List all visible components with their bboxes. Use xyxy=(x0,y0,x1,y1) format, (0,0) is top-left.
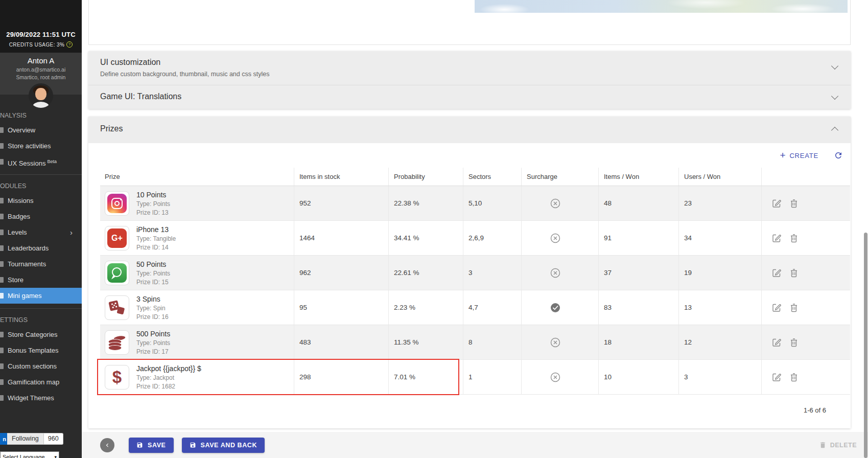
prize-name: iPhone 13 xyxy=(136,225,176,234)
prize-info: 3 Spins Type: Spin Prize ID: 16 xyxy=(136,295,169,320)
sidebar-item-store[interactable]: Store xyxy=(0,272,82,288)
sidebar-item-ux-sessions[interactable]: UX SessionsBeta xyxy=(0,154,82,170)
sectors-cell: 4,7 xyxy=(463,290,521,325)
delete-button[interactable]: DELETE xyxy=(819,441,857,449)
sidebar-item-label: Mini games xyxy=(8,292,41,300)
edit-pencil-icon xyxy=(771,372,782,382)
column-header-prize: Prize xyxy=(100,168,294,186)
edit-button[interactable] xyxy=(771,372,782,382)
prize-cell: G+ iPhone 13 Type: Tangible Prize ID: 14 xyxy=(100,221,294,255)
table-row: $ Jackpot {{jackpot}} $ Type: Jackpot Pr… xyxy=(100,360,850,395)
prize-name: 50 Points xyxy=(136,260,170,268)
section-prizes[interactable]: Prizes xyxy=(88,117,851,143)
edit-button[interactable] xyxy=(771,337,782,348)
save-and-back-button[interactable]: SAVE AND BACK xyxy=(182,438,265,453)
delete-row-button[interactable] xyxy=(789,233,799,243)
sidebar-item-overview[interactable]: Overview xyxy=(0,122,82,138)
edit-button[interactable] xyxy=(771,198,782,209)
floppy-disk-icon xyxy=(190,442,196,448)
sidebar-item-bonus-templates[interactable]: Bonus Templates xyxy=(0,342,82,358)
table-header-row: PrizeItems in stockProbabilitySectorsSur… xyxy=(100,168,850,186)
store-icon xyxy=(0,277,4,283)
items-in-stock-cell: 483 xyxy=(294,325,388,359)
plus-icon: + xyxy=(780,152,786,159)
edit-pencil-icon xyxy=(771,268,782,278)
edit-pencil-icon xyxy=(771,337,782,348)
language-selector[interactable]: Select Language ▾ xyxy=(0,451,59,458)
sidebar-item-custom-sections[interactable]: Custom sections xyxy=(0,358,82,374)
prize-id: Prize ID: 16 xyxy=(136,313,169,320)
floppy-disk-icon xyxy=(136,442,143,448)
sidebar-item-label: Custom sections xyxy=(8,362,57,370)
sidebar-item-store-categories[interactable]: Store Categories xyxy=(0,327,82,342)
edit-button[interactable] xyxy=(771,233,782,243)
sectors-cell: 3 xyxy=(463,256,521,290)
sidebar-item-levels[interactable]: Levels› xyxy=(0,224,82,240)
edit-button[interactable] xyxy=(771,303,782,313)
probability-cell: 22.61 % xyxy=(388,256,463,290)
refresh-button[interactable] xyxy=(834,151,843,160)
question-circle-icon[interactable]: ? xyxy=(66,41,73,48)
probability-cell: 11.35 % xyxy=(388,325,463,359)
trash-icon xyxy=(789,372,799,382)
create-button[interactable]: + CREATE xyxy=(780,152,818,159)
items-in-stock-cell: 962 xyxy=(294,256,388,290)
section-ui-customization[interactable]: UI customization Define custom backgroun… xyxy=(88,51,851,85)
column-header-sectors: Sectors xyxy=(463,168,521,186)
sidebar-section-odules: ODULES xyxy=(0,182,82,193)
sidebar-item-label: Tournaments xyxy=(8,260,46,268)
sidebar-item-mini-games[interactable]: Mini games xyxy=(0,288,82,304)
user-name: Anton A xyxy=(2,56,80,65)
sidebar-item-label: Gamification map xyxy=(8,378,59,386)
delete-row-button[interactable] xyxy=(789,268,799,278)
table-row: 50 Points Type: Points Prize ID: 15 962 … xyxy=(100,256,850,290)
prizes-toolbar: + CREATE xyxy=(88,143,851,168)
circle-x-icon xyxy=(550,233,561,244)
vertical-scrollbar-thumb[interactable] xyxy=(864,233,867,458)
prize-cell: 3 Spins Type: Spin Prize ID: 16 xyxy=(100,290,294,325)
missions-icon xyxy=(0,198,4,203)
sidebar-item-label: Bonus Templates xyxy=(8,347,59,354)
trash-icon xyxy=(789,303,799,313)
levels-icon xyxy=(0,230,4,235)
follow-widget-count: 960 xyxy=(44,433,63,445)
delete-row-button[interactable] xyxy=(789,198,799,209)
edit-button[interactable] xyxy=(771,268,782,278)
avatar[interactable] xyxy=(29,83,53,108)
section-game-ui-translations[interactable]: Game UI: Translations xyxy=(88,85,851,109)
delete-row-button[interactable] xyxy=(789,372,799,382)
sidebar-item-widget-themes[interactable]: Widget Themes xyxy=(0,390,82,406)
sidebar-item-missions[interactable]: Missions xyxy=(0,193,82,209)
prize-icon-card: G+ xyxy=(105,226,129,250)
credits-usage: CREDITS USAGE: 3% ? xyxy=(0,41,82,48)
create-button-label: CREATE xyxy=(789,152,818,159)
delete-row-button[interactable] xyxy=(789,303,799,313)
sidebar-item-gamification-map[interactable]: Gamification map xyxy=(0,374,82,390)
prizes-table: PrizeItems in stockProbabilitySectorsSur… xyxy=(100,168,850,395)
badges-icon xyxy=(0,214,4,219)
trash-icon xyxy=(819,441,827,449)
follow-widget-label[interactable]: Following xyxy=(7,433,44,445)
sidebar-item-tournaments[interactable]: Tournaments xyxy=(0,256,82,272)
user-block: Anton A anton.a@smartico.ai Smartico, ro… xyxy=(0,53,82,95)
follow-widget[interactable]: n Following 960 xyxy=(0,433,63,445)
chevron-right-icon: › xyxy=(70,224,73,240)
top-card-partial xyxy=(88,0,851,45)
prize-type: Type: Spin xyxy=(136,305,169,312)
sidebar-item-store-activities[interactable]: Store activities xyxy=(0,138,82,154)
back-button[interactable] xyxy=(100,438,114,452)
sidebar-item-label: Missions xyxy=(8,197,34,204)
main-content: UI customization Define custom backgroun… xyxy=(82,0,868,458)
footer-action-bar: SAVE SAVE AND BACK DELETE xyxy=(82,432,868,458)
probability-cell: 34.41 % xyxy=(388,221,463,255)
sidebar-item-leaderboards[interactable]: Leaderboards xyxy=(0,240,82,256)
column-header-items-won: Items / Won xyxy=(598,168,678,186)
surcharge-cell xyxy=(521,256,598,290)
sectors-cell: 1 xyxy=(463,360,521,394)
sidebar-item-badges[interactable]: Badges xyxy=(0,209,82,224)
save-button[interactable]: SAVE xyxy=(129,438,174,453)
dice-icon xyxy=(107,298,127,317)
delete-row-button[interactable] xyxy=(789,337,799,348)
prize-info: 500 Points Type: Points Prize ID: 17 xyxy=(136,330,170,355)
prize-info: 50 Points Type: Points Prize ID: 15 xyxy=(136,260,170,286)
